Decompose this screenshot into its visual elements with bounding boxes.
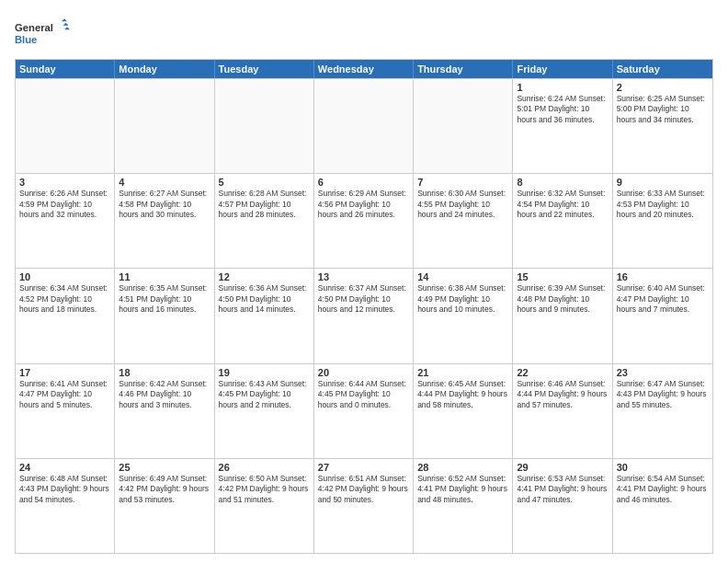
logo: General Blue: [15, 15, 70, 52]
day-info: Sunrise: 6:48 AM Sunset: 4:43 PM Dayligh…: [19, 474, 110, 505]
day-info: Sunrise: 6:37 AM Sunset: 4:50 PM Dayligh…: [318, 283, 409, 315]
day-number: 18: [119, 367, 210, 378]
day-info: Sunrise: 6:30 AM Sunset: 4:55 PM Dayligh…: [417, 189, 508, 220]
cal-header-cell-tuesday: Tuesday: [215, 60, 314, 78]
day-info: Sunrise: 6:25 AM Sunset: 5:00 PM Dayligh…: [617, 94, 709, 125]
day-number: 29: [517, 462, 608, 473]
day-number: 8: [517, 177, 608, 188]
day-info: Sunrise: 6:38 AM Sunset: 4:49 PM Dayligh…: [417, 283, 508, 315]
svg-text:General: General: [15, 22, 53, 33]
day-number: 19: [219, 367, 310, 378]
cal-week-0: 1Sunrise: 6:24 AM Sunset: 5:01 PM Daylig…: [16, 78, 712, 173]
svg-text:Blue: Blue: [15, 34, 37, 45]
day-number: 1: [517, 82, 608, 93]
day-number: 27: [318, 462, 409, 473]
svg-marker-4: [64, 27, 70, 29]
calendar-body: 1Sunrise: 6:24 AM Sunset: 5:01 PM Daylig…: [16, 78, 712, 553]
cal-header-cell-saturday: Saturday: [613, 60, 712, 78]
cal-cell-day-20: 20Sunrise: 6:44 AM Sunset: 4:45 PM Dayli…: [314, 364, 414, 458]
cal-cell-day-27: 27Sunrise: 6:51 AM Sunset: 4:42 PM Dayli…: [314, 459, 414, 553]
cal-cell-day-22: 22Sunrise: 6:46 AM Sunset: 4:44 PM Dayli…: [513, 364, 612, 458]
calendar-header-row: SundayMondayTuesdayWednesdayThursdayFrid…: [16, 60, 712, 78]
cal-cell-day-21: 21Sunrise: 6:45 AM Sunset: 4:44 PM Dayli…: [414, 364, 513, 458]
day-number: 10: [19, 271, 110, 282]
cal-cell-day-2: 2Sunrise: 6:25 AM Sunset: 5:00 PM Daylig…: [613, 79, 712, 173]
cal-header-cell-monday: Monday: [115, 60, 214, 78]
day-info: Sunrise: 6:49 AM Sunset: 4:42 PM Dayligh…: [119, 474, 210, 505]
cal-cell-day-7: 7Sunrise: 6:30 AM Sunset: 4:55 PM Daylig…: [414, 174, 513, 268]
day-info: Sunrise: 6:51 AM Sunset: 4:42 PM Dayligh…: [318, 474, 409, 505]
day-info: Sunrise: 6:54 AM Sunset: 4:41 PM Dayligh…: [617, 474, 709, 505]
day-number: 13: [318, 271, 409, 282]
cal-cell-day-11: 11Sunrise: 6:35 AM Sunset: 4:51 PM Dayli…: [115, 269, 214, 362]
cal-cell-day-26: 26Sunrise: 6:50 AM Sunset: 4:42 PM Dayli…: [215, 459, 314, 553]
cal-cell-day-13: 13Sunrise: 6:37 AM Sunset: 4:50 PM Dayli…: [314, 269, 414, 362]
day-number: 5: [219, 177, 310, 188]
day-info: Sunrise: 6:50 AM Sunset: 4:42 PM Dayligh…: [219, 474, 310, 505]
cal-cell-day-14: 14Sunrise: 6:38 AM Sunset: 4:49 PM Dayli…: [414, 269, 513, 362]
day-number: 12: [219, 271, 310, 282]
day-info: Sunrise: 6:45 AM Sunset: 4:44 PM Dayligh…: [417, 379, 508, 410]
day-number: 17: [19, 367, 110, 378]
cal-header-cell-thursday: Thursday: [414, 60, 513, 78]
day-info: Sunrise: 6:52 AM Sunset: 4:41 PM Dayligh…: [417, 474, 508, 505]
day-info: Sunrise: 6:34 AM Sunset: 4:52 PM Dayligh…: [19, 283, 110, 315]
day-info: Sunrise: 6:33 AM Sunset: 4:53 PM Dayligh…: [617, 189, 709, 220]
cal-cell-day-23: 23Sunrise: 6:47 AM Sunset: 4:43 PM Dayli…: [613, 364, 712, 458]
cal-cell-day-17: 17Sunrise: 6:41 AM Sunset: 4:47 PM Dayli…: [16, 364, 115, 458]
day-number: 4: [119, 177, 210, 188]
day-number: 30: [617, 462, 709, 473]
cal-header-cell-sunday: Sunday: [16, 60, 115, 78]
cal-cell-day-9: 9Sunrise: 6:33 AM Sunset: 4:53 PM Daylig…: [613, 174, 712, 268]
day-number: 6: [318, 177, 409, 188]
day-info: Sunrise: 6:28 AM Sunset: 4:57 PM Dayligh…: [219, 189, 310, 220]
day-info: Sunrise: 6:43 AM Sunset: 4:45 PM Dayligh…: [219, 379, 310, 410]
cal-cell-day-1: 1Sunrise: 6:24 AM Sunset: 5:01 PM Daylig…: [513, 79, 612, 173]
day-info: Sunrise: 6:44 AM Sunset: 4:45 PM Dayligh…: [318, 379, 409, 410]
cal-header-cell-wednesday: Wednesday: [314, 60, 414, 78]
day-number: 20: [318, 367, 409, 378]
cal-cell-day-6: 6Sunrise: 6:29 AM Sunset: 4:56 PM Daylig…: [314, 174, 414, 268]
page: General Blue SundayMondayTuesdayWednesda…: [0, 0, 728, 563]
day-number: 2: [617, 82, 709, 93]
cal-cell-day-8: 8Sunrise: 6:32 AM Sunset: 4:54 PM Daylig…: [513, 174, 612, 268]
day-info: Sunrise: 6:46 AM Sunset: 4:44 PM Dayligh…: [517, 379, 608, 410]
day-info: Sunrise: 6:29 AM Sunset: 4:56 PM Dayligh…: [318, 189, 409, 220]
day-number: 7: [417, 177, 508, 188]
day-info: Sunrise: 6:41 AM Sunset: 4:47 PM Dayligh…: [19, 379, 110, 410]
cal-cell-day-30: 30Sunrise: 6:54 AM Sunset: 4:41 PM Dayli…: [613, 459, 712, 553]
cal-cell-day-5: 5Sunrise: 6:28 AM Sunset: 4:57 PM Daylig…: [215, 174, 314, 268]
cal-cell-day-15: 15Sunrise: 6:39 AM Sunset: 4:48 PM Dayli…: [513, 269, 612, 362]
cal-week-2: 10Sunrise: 6:34 AM Sunset: 4:52 PM Dayli…: [16, 268, 712, 362]
cal-header-cell-friday: Friday: [513, 60, 612, 78]
cal-cell-day-16: 16Sunrise: 6:40 AM Sunset: 4:47 PM Dayli…: [613, 269, 712, 362]
cal-cell-day-28: 28Sunrise: 6:52 AM Sunset: 4:41 PM Dayli…: [414, 459, 513, 553]
cal-cell-empty: [16, 79, 115, 173]
cal-cell-day-18: 18Sunrise: 6:42 AM Sunset: 4:46 PM Dayli…: [115, 364, 214, 458]
day-number: 14: [417, 271, 508, 282]
cal-cell-day-25: 25Sunrise: 6:49 AM Sunset: 4:42 PM Dayli…: [115, 459, 214, 553]
cal-cell-empty: [414, 79, 513, 173]
day-info: Sunrise: 6:36 AM Sunset: 4:50 PM Dayligh…: [219, 283, 310, 315]
day-number: 25: [119, 462, 210, 473]
day-info: Sunrise: 6:32 AM Sunset: 4:54 PM Dayligh…: [517, 189, 608, 220]
day-info: Sunrise: 6:27 AM Sunset: 4:58 PM Dayligh…: [119, 189, 210, 220]
day-info: Sunrise: 6:24 AM Sunset: 5:01 PM Dayligh…: [517, 94, 608, 125]
day-info: Sunrise: 6:39 AM Sunset: 4:48 PM Dayligh…: [517, 283, 608, 315]
cal-cell-day-19: 19Sunrise: 6:43 AM Sunset: 4:45 PM Dayli…: [215, 364, 314, 458]
cal-week-4: 24Sunrise: 6:48 AM Sunset: 4:43 PM Dayli…: [16, 458, 712, 553]
day-number: 26: [219, 462, 310, 473]
svg-marker-3: [63, 23, 69, 26]
day-number: 24: [19, 462, 110, 473]
cal-week-3: 17Sunrise: 6:41 AM Sunset: 4:47 PM Dayli…: [16, 363, 712, 458]
cal-cell-day-24: 24Sunrise: 6:48 AM Sunset: 4:43 PM Dayli…: [16, 459, 115, 553]
day-number: 28: [417, 462, 508, 473]
day-number: 9: [617, 177, 709, 188]
cal-cell-day-12: 12Sunrise: 6:36 AM Sunset: 4:50 PM Dayli…: [215, 269, 314, 362]
cal-cell-day-29: 29Sunrise: 6:53 AM Sunset: 4:41 PM Dayli…: [513, 459, 612, 553]
day-number: 22: [517, 367, 608, 378]
svg-marker-2: [62, 18, 67, 21]
day-info: Sunrise: 6:35 AM Sunset: 4:51 PM Dayligh…: [119, 283, 210, 315]
cal-cell-day-10: 10Sunrise: 6:34 AM Sunset: 4:52 PM Dayli…: [16, 269, 115, 362]
logo-svg: General Blue: [15, 15, 70, 52]
